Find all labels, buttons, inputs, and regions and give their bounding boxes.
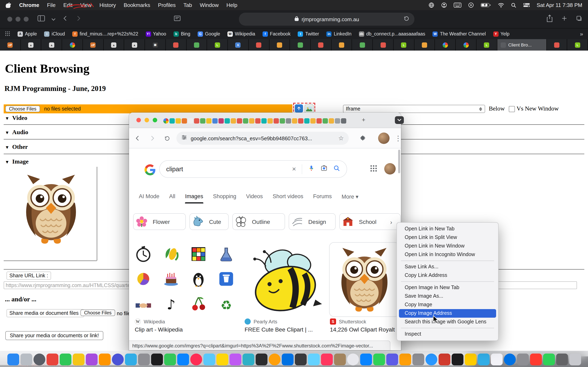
- section-image[interactable]: ▼Image: [5, 158, 29, 165]
- browser-tab[interactable]: 6: [228, 39, 249, 50]
- browser-tab[interactable]: [311, 39, 331, 50]
- result-title[interactable]: FREE Cute Bee Clipart | ...: [245, 326, 313, 333]
- inner-tab-favicon[interactable]: [323, 118, 328, 124]
- inner-close-button[interactable]: [136, 118, 141, 122]
- dock-icon-9[interactable]: [112, 353, 123, 365]
- menu-app-name[interactable]: Chrome: [19, 2, 39, 8]
- inner-tab-favicon[interactable]: [274, 118, 279, 124]
- bookmark-facebook[interactable]: fFacebook: [263, 31, 291, 36]
- bookmark-db-connect-p-aaasaaafaas[interactable]: dbdb_connect.p...aaasaaafaas: [359, 31, 425, 36]
- dock-icon-14[interactable]: [177, 353, 189, 365]
- dock-icon-30[interactable]: [386, 353, 398, 365]
- inner-tab-favicon[interactable]: [280, 118, 285, 124]
- menu-item-file[interactable]: File: [47, 2, 56, 8]
- dock-icon-25[interactable]: [321, 353, 333, 365]
- browser-tab[interactable]: [414, 39, 435, 50]
- inner-tab-favicon[interactable]: [243, 118, 248, 124]
- browser-tab[interactable]: [249, 39, 269, 50]
- browser-tab[interactable]: [166, 39, 186, 50]
- inner-titlebar[interactable]: +: [129, 113, 401, 128]
- dock-icon-13[interactable]: [164, 353, 176, 365]
- inner-tab-favicon[interactable]: [304, 118, 310, 124]
- google-lens-icon[interactable]: [320, 165, 328, 173]
- bookmark-find-minus-rep-22s-22[interactable]: ffind_minus....rep+%22s%22: [72, 31, 138, 36]
- inner-tab-favicon[interactable]: [286, 118, 291, 124]
- browser-tab[interactable]: cP: [83, 39, 104, 50]
- extensions-icon[interactable]: [359, 134, 367, 143]
- dock-icon-32[interactable]: [412, 353, 424, 365]
- dock-icon-1[interactable]: [7, 353, 19, 365]
- share-submit-button[interactable]: Share your media or documents or link!: [5, 331, 103, 340]
- browser-tab[interactable]: [269, 39, 290, 50]
- apps-grid-icon[interactable]: [5, 31, 10, 37]
- chips-next-icon[interactable]: ›: [386, 217, 396, 227]
- nav-tab-videos[interactable]: Videos: [246, 193, 263, 203]
- browser-tab[interactable]: [373, 39, 393, 50]
- nav-tab-short-videos[interactable]: Short videos: [273, 193, 303, 203]
- upload-icon[interactable]: [295, 104, 303, 113]
- dock-icon-19[interactable]: [242, 353, 254, 365]
- inner-zoom-button[interactable]: [153, 118, 157, 122]
- dock-icon-6[interactable]: [72, 353, 84, 365]
- nav-tab-more[interactable]: More ▾: [342, 193, 359, 203]
- inner-reload-icon[interactable]: [163, 134, 172, 143]
- sidebar-toggle-icon[interactable]: [38, 15, 45, 23]
- reading-list-icon[interactable]: [174, 16, 181, 23]
- inner-tab-favicon[interactable]: [231, 118, 236, 124]
- zoom-button[interactable]: [24, 17, 29, 22]
- inner-tab-favicon[interactable]: [255, 118, 260, 124]
- dock-icon-10[interactable]: [125, 353, 137, 365]
- browser-menu-icon[interactable]: ⋮: [394, 134, 403, 143]
- dock-icon-4[interactable]: [46, 353, 58, 365]
- inner-tab-favicon[interactable]: [341, 118, 346, 124]
- inner-tab-favicon[interactable]: [316, 118, 322, 124]
- dock-icon-22[interactable]: [282, 353, 293, 365]
- inner-tab-favicon[interactable]: [329, 118, 334, 124]
- dock-icon-7[interactable]: [86, 353, 97, 365]
- close-button[interactable]: [7, 17, 12, 22]
- keyboard-icon[interactable]: [454, 2, 461, 8]
- chip-flower[interactable]: Flower: [133, 213, 186, 230]
- nav-tab-ai-mode[interactable]: AI Mode: [139, 193, 159, 203]
- menu-item-copy-image-address[interactable]: Copy Image Address: [399, 309, 496, 318]
- dock-icon-43[interactable]: [556, 353, 568, 365]
- dock-icon-38[interactable]: [491, 353, 502, 365]
- browser-tab[interactable]: ▲: [124, 39, 145, 50]
- search-query-text[interactable]: clipart: [166, 165, 183, 173]
- result-title[interactable]: 14,226 Owl Clipart Royalt: [330, 326, 395, 333]
- browser-tab[interactable]: L: [207, 39, 228, 50]
- inner-tab-favicon[interactable]: [182, 118, 187, 124]
- dock-icon-35[interactable]: [451, 353, 463, 365]
- user-switch-icon[interactable]: [441, 2, 447, 8]
- section-audio[interactable]: ▼Audio: [5, 129, 28, 136]
- browser-tab[interactable]: ▲: [21, 39, 41, 50]
- search-submit-icon[interactable]: [333, 165, 340, 173]
- menu-item-open-link-in-new-tab[interactable]: Open Link in New Tab: [399, 225, 496, 233]
- result-source[interactable]: Pearly Arts: [245, 318, 277, 325]
- browser-tab[interactable]: L: [394, 39, 414, 50]
- active-tab[interactable]: Client Bro...: [497, 39, 546, 50]
- result-source[interactable]: S Shutterstock: [330, 318, 366, 325]
- image-icon[interactable]: [305, 104, 314, 113]
- inner-tab-favicon[interactable]: [237, 118, 242, 124]
- apple-menu-icon[interactable]: [6, 2, 11, 8]
- scrollbar-thumb[interactable]: [398, 150, 400, 173]
- nav-tab-all[interactable]: All: [169, 193, 175, 203]
- inner-minimize-button[interactable]: [145, 118, 149, 122]
- page-owl-image[interactable]: [21, 173, 81, 245]
- menu-item-save-image-as[interactable]: Save Image As...: [399, 292, 496, 300]
- dock-icon-5[interactable]: [60, 353, 71, 365]
- back-icon[interactable]: [62, 15, 69, 23]
- bookmark-star-icon[interactable]: ☆: [338, 134, 344, 142]
- google-account-avatar[interactable]: [384, 163, 396, 175]
- inner-tab-favicon[interactable]: [249, 118, 254, 124]
- inner-tab-favicons[interactable]: [163, 118, 346, 124]
- vs-new-window-checkbox[interactable]: [509, 106, 515, 112]
- dock-icon-34[interactable]: [438, 353, 450, 365]
- menubar-clock[interactable]: Sat Apr 11 7:38 PM: [536, 2, 582, 8]
- result-source[interactable]: W Wikipedia: [135, 318, 165, 325]
- dock-icon-20[interactable]: [255, 353, 267, 365]
- section-other[interactable]: ▼Other: [5, 143, 28, 150]
- inner-tab-favicon[interactable]: [188, 118, 193, 124]
- inner-tab-favicon[interactable]: [200, 118, 205, 124]
